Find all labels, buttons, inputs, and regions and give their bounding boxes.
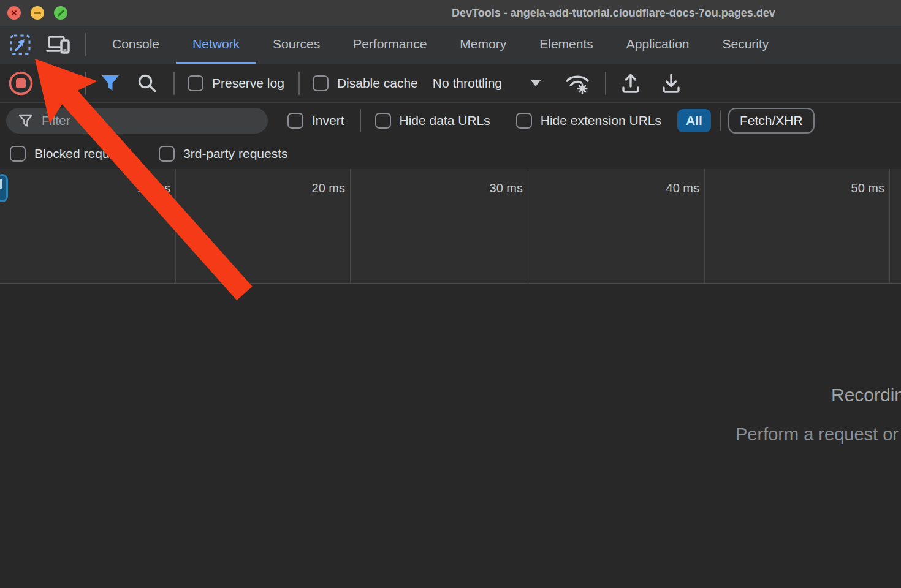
tab-memory[interactable]: Memory [443, 26, 523, 64]
toolbar-separator [173, 72, 175, 95]
blocked-requests-checkbox[interactable]: Blocked requests [10, 146, 133, 162]
timeline-segment: 30 ms [351, 169, 528, 283]
checkbox-box [516, 113, 532, 129]
record-stop-icon [8, 70, 34, 96]
checkbox-box [159, 146, 175, 162]
toolbar-separator [720, 110, 721, 131]
throttling-select[interactable]: No throttling [433, 76, 541, 91]
minimize-button[interactable] [31, 6, 44, 20]
export-har-button[interactable] [659, 71, 683, 96]
inspect-cursor-icon [9, 34, 31, 56]
request-type-all-chip[interactable]: All [677, 109, 711, 132]
devtools-tab-bar: Console Network Sources Performance Memo… [0, 26, 901, 64]
hide-data-urls-checkbox[interactable]: Hide data URLs [375, 113, 490, 129]
tick-label: 50 ms [851, 181, 884, 283]
tab-performance[interactable]: Performance [336, 26, 443, 64]
timeline-segment: 20 ms [176, 169, 351, 283]
device-toolbar-icon [45, 34, 71, 56]
search-icon [136, 72, 158, 94]
upload-icon [618, 71, 643, 96]
devtools-window: ✕ DevTools - angela-add-tutorial.cloudfl… [0, 0, 901, 588]
checkbox-box [313, 75, 329, 91]
more-filters-row: Blocked requests 3rd-party requests [0, 138, 901, 169]
tab-sources[interactable]: Sources [256, 26, 336, 64]
third-party-requests-label: 3rd-party requests [183, 146, 287, 161]
device-toolbar-button[interactable] [44, 31, 72, 59]
network-log-panel: Recording network activity… Perform a re… [0, 284, 901, 587]
window-title: DevTools - angela-add-tutorial.cloudflar… [452, 0, 775, 26]
toolbar-separator [85, 33, 86, 56]
network-conditions-icon [563, 71, 591, 96]
titlebar: ✕ DevTools - angela-add-tutorial.cloudfl… [0, 0, 901, 26]
hide-data-urls-label: Hide data URLs [400, 113, 490, 128]
checkbox-box [188, 75, 203, 91]
tab-console[interactable]: Console [96, 26, 176, 64]
tab-elements[interactable]: Elements [523, 26, 610, 64]
hide-extension-urls-label: Hide extension URLs [541, 113, 661, 128]
network-filter-bar: Invert Hide data URLs Hide extension URL… [0, 103, 901, 138]
invert-label: Invert [312, 113, 344, 128]
tick-label: 10 ms [137, 181, 170, 283]
throttling-value: No throttling [433, 76, 502, 91]
filter-funnel-icon [100, 74, 121, 93]
filter-toggle-button[interactable] [100, 74, 121, 93]
inspect-element-button[interactable] [6, 31, 34, 59]
clear-icon [47, 72, 70, 95]
tick-label: 30 ms [490, 181, 523, 283]
clear-log-button[interactable] [47, 72, 70, 95]
filter-funnel-outline-icon [18, 114, 33, 127]
search-button[interactable] [136, 72, 158, 94]
hide-extension-urls-checkbox[interactable]: Hide extension URLs [516, 113, 661, 129]
close-button[interactable]: ✕ [7, 6, 21, 20]
tab-security[interactable]: Security [705, 26, 785, 64]
traffic-lights: ✕ [7, 6, 67, 20]
fullscreen-button[interactable] [54, 6, 67, 20]
invert-checkbox[interactable]: Invert [287, 113, 344, 129]
empty-state-hint-text: Perform a request or hit ⌘ R to record t… [736, 424, 901, 445]
network-conditions-button[interactable] [563, 71, 591, 96]
checkbox-box [287, 113, 303, 129]
preserve-log-label: Preserve log [212, 76, 284, 91]
overview-left-handle [0, 174, 8, 202]
timeline-segment: 50 ms [705, 169, 890, 283]
tick-label: 40 ms [666, 181, 699, 283]
toolbar-separator [605, 72, 606, 95]
panel-tabs: Console Network Sources Performance Memo… [96, 26, 785, 64]
import-har-button[interactable] [618, 71, 643, 96]
filter-input[interactable] [42, 113, 259, 128]
tab-application[interactable]: Application [610, 26, 706, 64]
disable-cache-checkbox[interactable]: Disable cache [313, 75, 418, 91]
network-toolbar: Preserve log Disable cache No throttling [0, 64, 901, 103]
download-icon [659, 71, 683, 96]
minimize-icon [34, 12, 41, 14]
filter-input-container [6, 108, 268, 134]
fullscreen-icon [57, 9, 64, 16]
network-overview-timeline[interactable]: 10 ms 20 ms 30 ms 40 ms 50 ms [0, 169, 901, 284]
blocked-requests-label: Blocked requests [34, 146, 133, 161]
empty-state-recording-text: Recording network activity… [831, 385, 901, 405]
timeline-segment [890, 169, 901, 283]
toolbar-separator [298, 72, 300, 95]
tick-label: 20 ms [312, 181, 345, 283]
third-party-requests-checkbox[interactable]: 3rd-party requests [159, 146, 287, 162]
preserve-log-checkbox[interactable]: Preserve log [188, 75, 284, 91]
stop-recording-button[interactable] [8, 70, 34, 96]
toolbar-separator [360, 109, 361, 132]
disable-cache-label: Disable cache [337, 76, 418, 91]
toolbar-separator [85, 72, 86, 95]
timeline-segment: 40 ms [528, 169, 705, 283]
tab-network[interactable]: Network [176, 26, 256, 64]
timeline-segment: 10 ms [0, 169, 176, 283]
chevron-down-icon [530, 80, 541, 86]
checkbox-box [375, 113, 391, 129]
request-type-fetch-xhr-chip[interactable]: Fetch/XHR [728, 108, 815, 134]
checkbox-box [10, 146, 26, 162]
